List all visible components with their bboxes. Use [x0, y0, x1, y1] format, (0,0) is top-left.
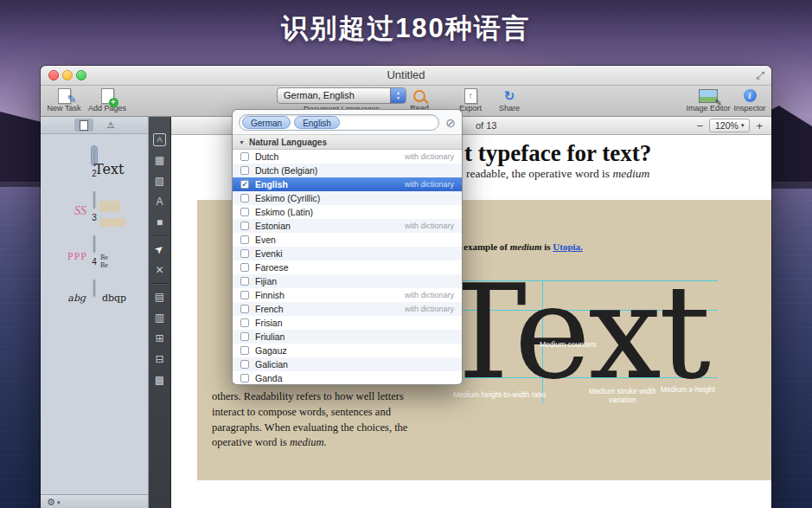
language-row-fijian[interactable]: Fijian: [233, 274, 462, 288]
language-row-friulian[interactable]: Friulian: [233, 330, 462, 344]
checkbox[interactable]: [240, 249, 249, 258]
chevron-down-icon: ▾: [57, 499, 61, 506]
language-popover: German English ⊘ ▼ Natural Languages Dut…: [232, 109, 463, 385]
pencil-icon: ✎: [715, 98, 722, 107]
checkbox[interactable]: [240, 166, 249, 175]
language-row-ganda[interactable]: Ganda: [233, 371, 462, 385]
page-thumbnail-2[interactable]: Text 2: [41, 145, 148, 178]
language-row-faroese[interactable]: Faroese: [233, 260, 462, 274]
document-heading: t typeface for text?: [464, 140, 651, 167]
language-row-english[interactable]: ✓Englishwith dictionary: [233, 177, 462, 191]
clear-selection-icon[interactable]: ⊘: [445, 117, 456, 129]
tab-pages[interactable]: [74, 119, 93, 132]
share-label: Share: [492, 105, 527, 113]
inspector-button[interactable]: i Inspector: [731, 87, 769, 113]
checkbox[interactable]: [240, 305, 249, 313]
group-label: Natural Languages: [249, 138, 327, 147]
checkbox[interactable]: [240, 318, 249, 327]
desktop: 识别超过180种语言 Untitled ⤢ ✎ New Task + Add P…: [0, 0, 812, 508]
language-row-dutch-belgian[interactable]: Dutch (Belgian): [233, 164, 462, 177]
checkbox[interactable]: [240, 194, 249, 203]
language-row-eskimo-latin[interactable]: Eskimo (Latin): [233, 205, 462, 219]
checkbox[interactable]: [240, 374, 249, 383]
image-editor-label: Image Editor: [682, 105, 734, 113]
tab-warnings[interactable]: ⚠: [107, 119, 115, 132]
checkbox[interactable]: [240, 263, 249, 272]
checkbox[interactable]: [240, 346, 249, 355]
token-english[interactable]: English: [294, 116, 340, 129]
delete-area-tool[interactable]: ✕: [149, 260, 170, 280]
toolstrip-divider: [152, 283, 168, 284]
checkbox[interactable]: [240, 208, 249, 216]
split-cells-tool[interactable]: ⊟: [149, 349, 170, 370]
zoom-out-button[interactable]: −: [696, 119, 703, 132]
language-row-galician[interactable]: Galician: [233, 357, 462, 371]
thumbnail-image: Text: [93, 147, 95, 164]
disclosure-triangle-icon[interactable]: ▼: [239, 139, 245, 145]
page-thumbnail-3[interactable]: SS 3: [41, 190, 148, 222]
add-pages-button[interactable]: + Add Pages: [86, 87, 129, 113]
utopia-link[interactable]: Utopia.: [553, 241, 583, 252]
example-line: example of medium is Utopia.: [464, 241, 583, 252]
language-row-finnish[interactable]: Finnishwith dictionary: [233, 288, 462, 302]
draw-background-area-tool[interactable]: ■: [149, 212, 170, 233]
document-icon: ✎: [58, 88, 71, 104]
chevron-down-icon: ▾: [741, 122, 745, 129]
magnifier-icon: [413, 90, 425, 102]
specimen-text: Text: [440, 267, 708, 397]
language-token-field[interactable]: German English: [239, 114, 439, 131]
zoom-controls: − 120% ▾ +: [696, 117, 763, 134]
language-row-gagauz[interactable]: Gagauz: [233, 344, 462, 357]
draw-picture-area-tool[interactable]: ▧: [149, 170, 170, 191]
close-button[interactable]: [48, 70, 59, 80]
thumbnail-image: dbqp abg: [93, 280, 95, 296]
token-field-row: German English ⊘: [233, 110, 462, 134]
page-indicator: of 13: [476, 117, 496, 134]
add-row-splitter-tool[interactable]: ▤: [149, 286, 170, 307]
fullscreen-icon[interactable]: ⤢: [756, 66, 764, 85]
checkbox[interactable]: [240, 360, 249, 369]
share-button[interactable]: ↻ Share: [492, 87, 527, 113]
add-column-splitter-tool[interactable]: ▥: [149, 307, 170, 328]
language-row-estonian[interactable]: Estonianwith dictionary: [233, 219, 462, 233]
document-languages-dropdown[interactable]: German, English ▲▼: [277, 87, 406, 104]
dropdown-value: German, English: [278, 88, 406, 103]
language-row-dutch[interactable]: Dutchwith dictionary: [233, 150, 462, 164]
checkbox[interactable]: [240, 291, 249, 299]
zoom-level[interactable]: 120% ▾: [709, 119, 750, 132]
thumbnail-image: Be Be PPP: [93, 235, 95, 252]
language-group-header[interactable]: ▼ Natural Languages: [233, 134, 462, 150]
share-icon: ↻: [504, 88, 515, 104]
checkbox[interactable]: [240, 332, 249, 341]
new-task-button[interactable]: ✎ New Task: [44, 87, 84, 113]
gear-icon[interactable]: ⚙: [47, 497, 55, 508]
draw-recognition-area-tool[interactable]: A: [149, 191, 170, 212]
tools-strip: A ▦ ▧ A ■ ➤ ✕ ▤ ▥ ⊞ ⊟ ▩: [149, 117, 171, 508]
sidebar-footer: ⚙ ▾: [41, 494, 148, 508]
table-grid-tool[interactable]: ▩: [149, 370, 170, 390]
checkbox[interactable]: [240, 222, 249, 230]
language-row-evenki[interactable]: Evenki: [233, 247, 462, 260]
language-row-frisian[interactable]: Frisian: [233, 316, 462, 330]
page-number: 3: [41, 213, 148, 222]
page-thumbnail-4[interactable]: Be Be PPP 4: [41, 234, 148, 267]
draw-table-area-tool[interactable]: ▦: [149, 150, 170, 170]
token-german[interactable]: German: [242, 116, 291, 129]
minimize-button[interactable]: [62, 70, 73, 80]
window-titlebar[interactable]: Untitled ⤢: [41, 66, 771, 86]
language-list: Dutchwith dictionary Dutch (Belgian) ✓En…: [233, 150, 462, 385]
page-thumbnail-5[interactable]: dbqp abg: [41, 278, 148, 299]
select-tool[interactable]: ➤: [149, 239, 170, 260]
checkbox[interactable]: [240, 152, 249, 161]
language-row-eskimo-cyrillic[interactable]: Eskimo (Cyrillic): [233, 191, 462, 205]
checkbox[interactable]: [240, 277, 249, 286]
zoom-in-button[interactable]: +: [756, 119, 763, 132]
draw-text-area-tool[interactable]: A: [149, 129, 170, 150]
language-row-french[interactable]: Frenchwith dictionary: [233, 302, 462, 316]
checkbox-checked[interactable]: ✓: [240, 180, 249, 189]
merge-cells-tool[interactable]: ⊞: [149, 328, 170, 349]
image-editor-button[interactable]: ✎ Image Editor: [682, 87, 734, 113]
language-row-even[interactable]: Even: [233, 233, 462, 247]
checkbox[interactable]: [240, 235, 249, 244]
maximize-button[interactable]: [76, 70, 86, 80]
